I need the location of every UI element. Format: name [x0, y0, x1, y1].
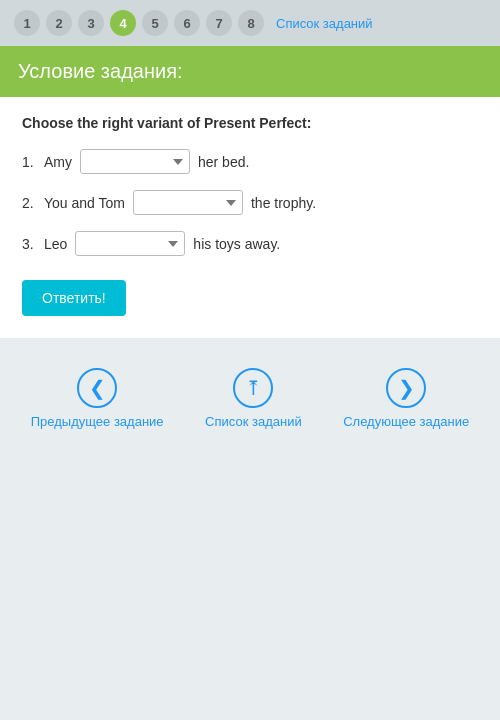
nav-list-link[interactable]: Список заданий [276, 16, 373, 31]
question-row-1: 1.Amyhas madehave mademakemadeher bed. [22, 149, 478, 174]
question-row-2: 2.You and Tomhave wonhas wonwinwonthe tr… [22, 190, 478, 215]
question-suffix-3: his toys away. [193, 236, 280, 252]
prev-task-link[interactable]: ❮ Предыдущее задание [31, 368, 164, 429]
question-num-1: 1. [22, 154, 44, 170]
question-num-2: 2. [22, 195, 44, 211]
top-nav: 12345678 Список заданий [0, 0, 500, 46]
card-title: Условие задания: [18, 60, 482, 83]
next-task-link[interactable]: ❯ Следующее задание [343, 368, 469, 429]
answer-select-2[interactable]: have wonhas wonwinwon [133, 190, 243, 215]
question-num-3: 3. [22, 236, 44, 252]
list-label: Список заданий [205, 414, 302, 429]
prev-label: Предыдущее задание [31, 414, 164, 429]
card-header: Условие задания: [0, 46, 500, 97]
nav-num-4[interactable]: 4 [110, 10, 136, 36]
list-task-link[interactable]: ⤒ Список заданий [205, 368, 302, 429]
instructions: Choose the right variant of Present Perf… [22, 115, 478, 131]
question-prefix-1: Amy [44, 154, 72, 170]
answer-select-3[interactable]: has puthave putputputs [75, 231, 185, 256]
question-row-3: 3.Leohas puthave putputputshis toys away… [22, 231, 478, 256]
bottom-nav: ❮ Предыдущее задание ⤒ Список заданий ❯ … [0, 338, 500, 449]
question-suffix-2: the trophy. [251, 195, 316, 211]
question-prefix-2: You and Tom [44, 195, 125, 211]
nav-num-1[interactable]: 1 [14, 10, 40, 36]
card-body: Choose the right variant of Present Perf… [0, 97, 500, 338]
prev-icon: ❮ [77, 368, 117, 408]
next-icon: ❯ [386, 368, 426, 408]
questions-container: 1.Amyhas madehave mademakemadeher bed.2.… [22, 149, 478, 256]
nav-num-8[interactable]: 8 [238, 10, 264, 36]
nav-num-2[interactable]: 2 [46, 10, 72, 36]
submit-button[interactable]: Ответить! [22, 280, 126, 316]
nav-num-5[interactable]: 5 [142, 10, 168, 36]
question-suffix-1: her bed. [198, 154, 249, 170]
next-label: Следующее задание [343, 414, 469, 429]
nav-num-7[interactable]: 7 [206, 10, 232, 36]
answer-select-1[interactable]: has madehave mademakemade [80, 149, 190, 174]
task-card: Условие задания: Choose the right varian… [0, 46, 500, 338]
nav-num-6[interactable]: 6 [174, 10, 200, 36]
nav-num-3[interactable]: 3 [78, 10, 104, 36]
list-icon: ⤒ [233, 368, 273, 408]
question-prefix-3: Leo [44, 236, 67, 252]
